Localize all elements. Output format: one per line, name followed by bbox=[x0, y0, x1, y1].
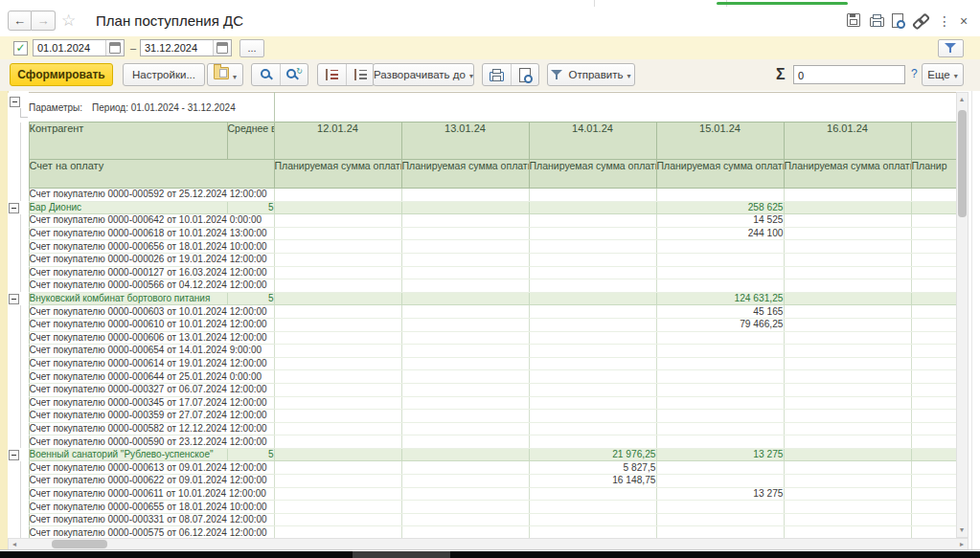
search-next-button[interactable]: ↻ bbox=[280, 64, 308, 85]
avg-time-cell[interactable]: 5 bbox=[227, 292, 274, 305]
amount-cell[interactable] bbox=[401, 279, 529, 293]
invoice-cell[interactable]: Счет покупателю 0000-000327 от 06.07.202… bbox=[29, 383, 274, 396]
date-to-calendar-button[interactable] bbox=[213, 40, 231, 56]
close-button[interactable]: × bbox=[955, 13, 972, 31]
invoice-cell[interactable]: Счет покупателю 0000-000127 от 16.03.202… bbox=[29, 266, 274, 279]
amount-cell[interactable] bbox=[401, 331, 529, 345]
amount-cell[interactable] bbox=[911, 461, 957, 475]
amount-cell[interactable] bbox=[656, 266, 784, 279]
amount-cell[interactable] bbox=[401, 513, 529, 526]
amount-cell[interactable] bbox=[529, 422, 656, 435]
print-button[interactable] bbox=[483, 64, 511, 85]
scroll-right-icon[interactable]: ▸ bbox=[960, 541, 964, 548]
amount-cell[interactable] bbox=[274, 318, 401, 331]
amount-cell[interactable] bbox=[656, 189, 784, 202]
print-button-top[interactable] bbox=[870, 13, 887, 31]
amount-cell[interactable] bbox=[529, 318, 656, 331]
amount-cell[interactable] bbox=[401, 370, 529, 384]
amount-cell[interactable] bbox=[401, 357, 529, 370]
collapse-group-button[interactable] bbox=[9, 203, 19, 213]
amount-cell[interactable] bbox=[529, 214, 656, 228]
date-column-header[interactable]: 14.01.24 bbox=[529, 123, 656, 160]
amount-cell[interactable] bbox=[401, 345, 529, 358]
date-column-header[interactable]: 12.01.24 bbox=[274, 123, 401, 160]
amount-cell[interactable] bbox=[911, 214, 957, 228]
invoice-cell[interactable]: Счет покупателю 0000-000656 от 18.01.202… bbox=[29, 240, 274, 254]
amount-cell[interactable] bbox=[656, 461, 784, 475]
counterparty-cell[interactable]: Внуковский комбинат бортового питания bbox=[29, 292, 227, 305]
amount-cell[interactable] bbox=[529, 240, 656, 254]
amount-cell[interactable] bbox=[911, 357, 957, 370]
amount-cell[interactable] bbox=[911, 253, 957, 266]
amount-cell[interactable] bbox=[274, 201, 401, 214]
expand-groups-button[interactable] bbox=[346, 64, 374, 85]
amount-cell[interactable] bbox=[529, 292, 656, 305]
more-button[interactable]: Еще▾ bbox=[922, 63, 964, 86]
invoice-cell[interactable]: Счет покупателю 0000-000618 от 10.01.202… bbox=[29, 227, 274, 240]
amount-cell[interactable] bbox=[274, 487, 401, 501]
amount-cell[interactable]: 124 631,25 bbox=[656, 292, 784, 305]
amount-cell[interactable] bbox=[529, 227, 656, 240]
amount-cell[interactable] bbox=[401, 396, 529, 410]
amount-cell[interactable] bbox=[911, 292, 957, 305]
planned-sum-header[interactable]: Планируемая сумма оплаты bbox=[529, 160, 656, 189]
amount-cell[interactable] bbox=[401, 487, 529, 501]
scroll-left-icon[interactable]: ◂ bbox=[12, 541, 16, 548]
amount-cell[interactable] bbox=[274, 357, 401, 370]
amount-cell[interactable] bbox=[274, 435, 401, 449]
amount-cell[interactable] bbox=[274, 279, 401, 293]
amount-cell[interactable] bbox=[784, 513, 911, 526]
amount-cell[interactable] bbox=[784, 370, 911, 384]
amount-cell[interactable] bbox=[656, 253, 784, 266]
amount-cell[interactable] bbox=[529, 266, 656, 279]
invoice-cell[interactable]: Счет покупателю 0000-000582 от 12.12.202… bbox=[29, 422, 274, 435]
amount-cell[interactable] bbox=[911, 279, 957, 293]
date-column-header[interactable]: 15.01.24 bbox=[656, 123, 784, 160]
amount-cell[interactable] bbox=[911, 305, 957, 319]
amount-cell[interactable] bbox=[656, 513, 784, 526]
amount-cell[interactable] bbox=[784, 331, 911, 345]
collapse-all-button[interactable] bbox=[10, 97, 20, 107]
amount-cell[interactable] bbox=[529, 370, 656, 384]
amount-cell[interactable] bbox=[401, 383, 529, 396]
amount-cell[interactable] bbox=[274, 345, 401, 358]
amount-cell[interactable]: 5 827,5 bbox=[529, 461, 656, 475]
amount-cell[interactable] bbox=[656, 357, 784, 370]
amount-cell[interactable] bbox=[401, 501, 529, 514]
amount-cell[interactable] bbox=[401, 435, 529, 449]
amount-cell[interactable] bbox=[911, 240, 957, 254]
invoice-cell[interactable]: Счет покупателю 0000-000603 от 10.01.202… bbox=[29, 305, 274, 319]
amount-cell[interactable] bbox=[656, 331, 784, 345]
invoice-cell[interactable]: Счет покупателю 0000-000610 от 10.01.202… bbox=[29, 318, 274, 331]
amount-cell[interactable] bbox=[911, 487, 957, 501]
generate-button[interactable]: Сформировать bbox=[10, 63, 113, 86]
amount-cell[interactable] bbox=[784, 201, 911, 214]
amount-cell[interactable]: 21 976,25 bbox=[529, 448, 656, 461]
amount-cell[interactable]: 14 525 bbox=[656, 214, 784, 228]
counterparty-cell[interactable]: Бар Дионис bbox=[29, 201, 227, 214]
collapse-groups-button[interactable] bbox=[318, 64, 346, 85]
amount-cell[interactable] bbox=[529, 383, 656, 396]
amount-cell[interactable] bbox=[274, 448, 401, 461]
amount-cell[interactable] bbox=[784, 292, 911, 305]
vertical-scroll-thumb[interactable] bbox=[958, 110, 967, 217]
invoice-cell[interactable]: Счет покупателю 0000-000345 от 17.07.202… bbox=[29, 396, 274, 410]
amount-cell[interactable] bbox=[529, 501, 656, 514]
column-header-invoice[interactable]: Счет на оплату bbox=[29, 160, 274, 189]
amount-cell[interactable] bbox=[784, 448, 911, 461]
settings-button[interactable]: Настройки... bbox=[123, 63, 205, 86]
counterparty-cell[interactable]: Военный санаторий "Рублево-успенское" bbox=[29, 448, 227, 461]
amount-cell[interactable] bbox=[784, 487, 911, 501]
amount-cell[interactable] bbox=[784, 526, 911, 538]
amount-cell[interactable] bbox=[656, 345, 784, 358]
amount-cell[interactable] bbox=[401, 253, 529, 266]
amount-cell[interactable] bbox=[274, 410, 401, 423]
invoice-cell[interactable]: Счет покупателю 0000-000614 от 19.01.202… bbox=[29, 357, 274, 370]
planned-sum-header[interactable]: Планируемая сумма оплаты bbox=[274, 160, 401, 189]
amount-cell[interactable] bbox=[784, 253, 911, 266]
amount-cell[interactable] bbox=[529, 357, 656, 370]
amount-cell[interactable] bbox=[911, 370, 957, 384]
amount-cell[interactable] bbox=[656, 370, 784, 384]
parameters-cell[interactable]: Параметры:Период: 01.01.2024 - 31.12.202… bbox=[29, 93, 274, 123]
amount-cell[interactable] bbox=[784, 396, 911, 410]
